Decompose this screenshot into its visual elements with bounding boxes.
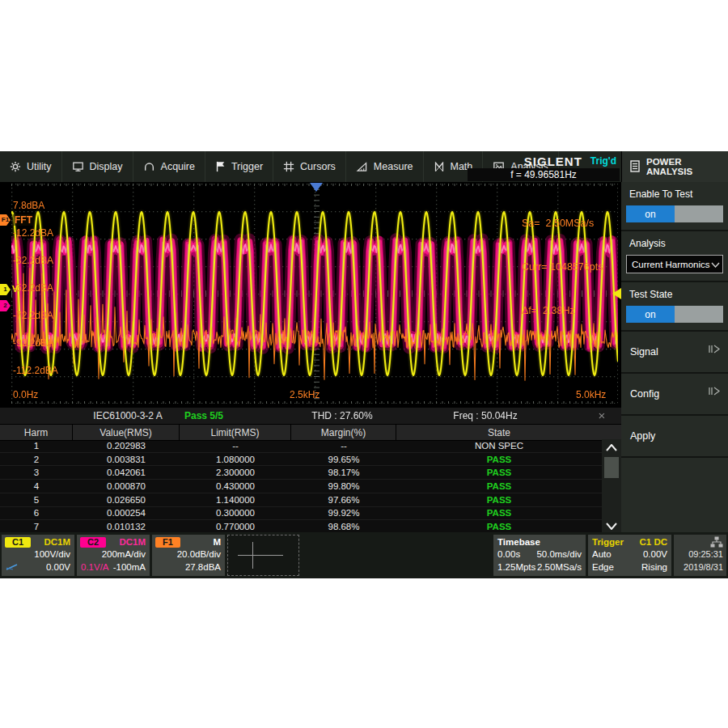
menu-item-utility[interactable]: Utility <box>0 151 62 182</box>
menu-item-acquire[interactable]: Acquire <box>133 151 205 182</box>
fft-label: FFT <box>13 214 34 226</box>
waveform-display: Sa= 2.50MSa/s Curr= 1048576pts Δf= 2.38H… <box>0 182 621 406</box>
trigger-status-badge: Trig'd <box>590 155 616 167</box>
acquisition-annotations: Sa= 2.50MSa/s Curr= 1048576pts Δf= 2.38H… <box>522 187 603 347</box>
siglent-logo: SIGLENT <box>524 154 582 168</box>
network-icon <box>710 536 723 549</box>
expand-icon <box>708 387 721 398</box>
screenshot-root: UtilityDisplayAcquireTriggerCursorsMeasu… <box>0 0 728 728</box>
c1-slope-icon <box>6 562 19 572</box>
enable-to-test-toggle[interactable]: on <box>626 205 723 222</box>
c2-badge: C2 <box>80 537 106 548</box>
signal-button[interactable]: Signal <box>621 332 728 374</box>
scroll-down-icon[interactable] <box>602 519 621 532</box>
document-icon <box>630 160 640 174</box>
analysis-dropdown-value: Current Harmonics <box>632 260 710 269</box>
c2-channel-marker[interactable]: 2 <box>0 300 11 311</box>
value-cell: 2.300000 <box>180 466 291 479</box>
toggle-off-segment[interactable] <box>675 306 723 323</box>
state-cell: PASS <box>396 466 602 479</box>
menu-item-label: Measure <box>374 161 413 172</box>
value-cell: 98.68% <box>291 520 396 533</box>
c2-offset: -100mA <box>113 562 146 572</box>
timebase-points: 1.25Mpts <box>497 562 535 572</box>
menu-item-label: Cursors <box>300 161 336 172</box>
clock-box[interactable]: 09:25:31 2019/8/31 <box>674 535 726 576</box>
math-placeholder-box[interactable] <box>227 535 299 576</box>
state-cell: PASS <box>396 507 602 520</box>
trigger-box[interactable]: Trigger C1 DC Auto 0.00V Edge Rising <box>588 535 671 576</box>
value-cell: 1.080000 <box>180 453 291 466</box>
close-icon[interactable]: × <box>593 408 611 424</box>
state-cell: PASS <box>396 453 602 466</box>
thd-readout: THD : 27.60% <box>311 408 372 424</box>
points-readout: Curr= 1048576pts <box>522 260 603 274</box>
menu-item-cursors[interactable]: Cursors <box>273 151 346 182</box>
col-value: Value(RMS) <box>73 425 180 440</box>
table-row: 20.0038311.08000099.65%PASS <box>0 453 602 467</box>
menu-item-label: Trigger <box>231 161 263 172</box>
toggle-off-segment[interactable] <box>675 205 723 222</box>
enable-to-test-section: Enable To Test on <box>621 182 728 231</box>
analysis-dropdown[interactable]: Current Harmonics <box>626 255 723 273</box>
math-icon <box>434 162 445 172</box>
state-cell: PASS <box>396 493 602 506</box>
c1-channel-marker[interactable]: 1 <box>0 284 11 295</box>
f1-channel-marker[interactable]: F1 <box>0 214 11 226</box>
db-scale-label: -92.2dBA <box>13 337 53 349</box>
test-state-toggle[interactable]: on <box>626 306 723 323</box>
analysis-label: Analysis <box>626 237 723 255</box>
gear-icon <box>10 161 21 172</box>
c2-coupling: DC1M <box>119 537 146 547</box>
scrollbar-thumb[interactable] <box>604 457 619 478</box>
table-row: 30.0420612.30000098.17%PASS <box>0 466 602 480</box>
trigger-level: 0.00V <box>643 549 667 559</box>
expand-icon <box>708 345 721 356</box>
channel1-box[interactable]: C1 DC1M 100V/div 0.00V <box>2 535 74 576</box>
chevron-down-icon <box>711 260 720 269</box>
menu-item-label: Utility <box>27 161 52 172</box>
state-cell: PASS <box>396 520 602 533</box>
oscilloscope-ui: UtilityDisplayAcquireTriggerCursorsMeasu… <box>0 151 728 578</box>
trigger-type: Edge <box>592 562 614 572</box>
state-cell: PASS <box>396 480 602 493</box>
frequency-axis-label: 0.0Hz <box>13 389 38 400</box>
menu-item-trigger[interactable]: Trigger <box>205 151 273 182</box>
db-scale-label: -72.2dBA <box>13 310 53 321</box>
db-scale-label: -32.2dBA <box>13 255 53 266</box>
f1-level: 27.8dBA <box>185 562 221 572</box>
menu-item-measure[interactable]: Measure <box>346 151 424 182</box>
toggle-on-segment[interactable]: on <box>626 205 675 222</box>
config-button[interactable]: Config <box>621 374 728 416</box>
apply-button[interactable]: Apply <box>621 416 728 458</box>
toggle-on-segment[interactable]: on <box>626 306 675 323</box>
value-cell: 2 <box>0 453 73 466</box>
col-limit: Limit(RMS) <box>180 425 291 440</box>
f1-scale: 20.0dB/div <box>177 549 221 559</box>
display-icon <box>72 161 84 172</box>
menu-item-label: Acquire <box>161 161 195 172</box>
trigger-level-marker[interactable] <box>612 288 621 299</box>
value-cell: 0.202983 <box>73 439 180 452</box>
f1-math-box[interactable]: F1 M 20.0dB/div 27.8dBA <box>152 535 225 576</box>
trigger-slope: Rising <box>641 562 667 572</box>
flag-icon <box>215 161 226 172</box>
state-cell: NON SPEC <box>396 439 602 452</box>
scroll-up-icon[interactable] <box>602 441 621 454</box>
test-state-section: Test State on <box>621 282 728 332</box>
measure-icon <box>356 161 368 172</box>
channel2-box[interactable]: C2 DC1M 200mA/div 0.1V/A -100mA <box>77 535 150 576</box>
table-scrollbar[interactable] <box>602 439 621 534</box>
delta-f-readout: Δf= 2.38Hz <box>522 303 603 318</box>
timebase-delay: 0.00s <box>497 549 520 559</box>
frequency-axis-label: 5.0kHz <box>576 389 606 400</box>
timebase-box[interactable]: Timebase 0.00s 50.0ms/div 1.25Mpts 2.50M… <box>493 535 586 576</box>
trigger-position-marker[interactable] <box>310 183 323 192</box>
menu-item-display[interactable]: Display <box>62 151 133 182</box>
power-analysis-header: POWER ANALYSIS <box>621 151 728 182</box>
timebase-samplerate: 2.50MSa/s <box>537 562 582 572</box>
value-cell: -- <box>180 439 291 452</box>
trigger-source: C1 DC <box>639 537 667 547</box>
timebase-scale: 50.0ms/div <box>536 549 582 559</box>
col-state: State <box>396 425 602 440</box>
